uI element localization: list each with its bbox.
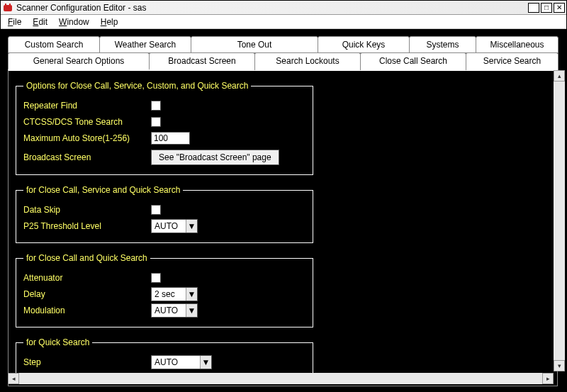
group-close-call-quick: for Close Call and Quick Search Attenuat…: [16, 253, 313, 327]
tab-panel: Options for Close Call, Service, Custom,…: [8, 69, 558, 386]
chevron-down-icon: ▼: [186, 220, 197, 233]
repeater-find-label: Repeater Find: [23, 101, 151, 111]
group-close-call-service-quick: for Close Call, Service and Quick Search…: [16, 185, 313, 243]
client-area: Custom Search Weather Search Tone Out Qu…: [1, 29, 566, 391]
p25-threshold-select[interactable]: AUTO ▼: [151, 219, 198, 233]
group1-legend: Options for Close Call, Service, Custom,…: [23, 81, 251, 91]
menu-file[interactable]: File: [4, 16, 26, 28]
repeater-find-checkbox[interactable]: [151, 101, 161, 111]
app-window: Scanner Configuration Editor - sas _ □ ✕…: [0, 0, 567, 392]
chevron-down-icon: ▼: [186, 288, 197, 301]
minimize-button[interactable]: _: [528, 3, 539, 13]
menu-edit[interactable]: Edit: [28, 16, 52, 28]
modulation-label: Modulation: [23, 306, 151, 315]
svg-rect-0: [4, 5, 12, 11]
max-auto-store-input[interactable]: [151, 132, 190, 145]
maximize-button[interactable]: □: [541, 3, 552, 13]
delay-label: Delay: [23, 289, 151, 299]
max-auto-store-label: Maximum Auto Store(1-256): [23, 133, 151, 143]
tab-weather-search[interactable]: Weather Search: [99, 36, 191, 53]
window-buttons: _ □ ✕: [527, 3, 565, 13]
titlebar: Scanner Configuration Editor - sas _ □ ✕: [1, 1, 566, 15]
tab-tone-out[interactable]: Tone Out: [191, 36, 318, 53]
data-skip-checkbox[interactable]: [151, 205, 161, 215]
scroll-up-icon[interactable]: ▴: [554, 70, 565, 82]
data-skip-label: Data Skip: [23, 205, 151, 215]
window-title: Scanner Configuration Editor - sas: [16, 3, 527, 13]
tabs-row-2: General Search Options Broadcast Screen …: [8, 52, 558, 70]
menubar: File Edit Window Help: [1, 15, 566, 29]
attenuator-checkbox[interactable]: [151, 273, 161, 283]
ctcss-dcs-label: CTCSS/DCS Tone Search: [23, 117, 151, 127]
menu-help[interactable]: Help: [96, 16, 123, 28]
tab-systems[interactable]: Systems: [409, 36, 476, 53]
scroll-left-icon[interactable]: ◂: [8, 373, 19, 384]
group-close-call-service-custom-quick: Options for Close Call, Service, Custom,…: [16, 81, 313, 175]
scroll-down-icon[interactable]: ▾: [554, 360, 565, 371]
attenuator-label: Attenuator: [23, 273, 151, 283]
step-select[interactable]: AUTO ▼: [151, 355, 212, 369]
broadcast-screen-label: Broadcast Screen: [23, 152, 151, 162]
close-button[interactable]: ✕: [554, 3, 565, 13]
app-icon: [2, 2, 13, 13]
vertical-scrollbar[interactable]: ▴ ▾: [554, 70, 565, 371]
tab-service-search[interactable]: Service Search: [466, 52, 558, 70]
see-broadcast-screen-button[interactable]: See "Broadcast Screen" page: [151, 150, 279, 165]
p25-threshold-label: P25 Threshold Level: [23, 221, 151, 231]
step-value: AUTO: [155, 357, 200, 367]
scroll-right-icon[interactable]: ▸: [542, 373, 554, 384]
scroll-track-h[interactable]: [19, 373, 542, 384]
scroll-track-v[interactable]: [554, 82, 565, 360]
tab-custom-search[interactable]: Custom Search: [8, 36, 100, 53]
tab-search-lockouts[interactable]: Search Lockouts: [254, 52, 361, 70]
horizontal-scrollbar[interactable]: ◂ ▸: [8, 373, 554, 384]
svg-rect-2: [9, 4, 11, 6]
tab-miscellaneous[interactable]: Miscellaneous: [476, 36, 558, 53]
p25-threshold-value: AUTO: [155, 221, 186, 231]
delay-select[interactable]: 2 sec ▼: [151, 287, 198, 301]
group3-legend: for Close Call and Quick Search: [23, 253, 150, 263]
ctcss-dcs-checkbox[interactable]: [151, 117, 161, 127]
menu-window[interactable]: Window: [55, 16, 94, 28]
step-label: Step: [23, 357, 151, 367]
modulation-value: AUTO: [155, 306, 186, 315]
modulation-select[interactable]: AUTO ▼: [151, 303, 198, 318]
chevron-down-icon: ▼: [200, 356, 211, 369]
delay-value: 2 sec: [155, 289, 186, 299]
chevron-down-icon: ▼: [186, 304, 197, 317]
group4-legend: for Quick Search: [23, 337, 92, 347]
tab-general-search-options[interactable]: General Search Options: [8, 52, 150, 70]
svg-rect-1: [5, 4, 6, 6]
group2-legend: for Close Call, Service and Quick Search: [23, 185, 183, 195]
tab-close-call-search[interactable]: Close Call Search: [360, 52, 466, 70]
tab-quick-keys[interactable]: Quick Keys: [318, 36, 410, 53]
tabs-row-1: Custom Search Weather Search Tone Out Qu…: [8, 36, 558, 53]
tab-broadcast-screen[interactable]: Broadcast Screen: [149, 52, 255, 70]
